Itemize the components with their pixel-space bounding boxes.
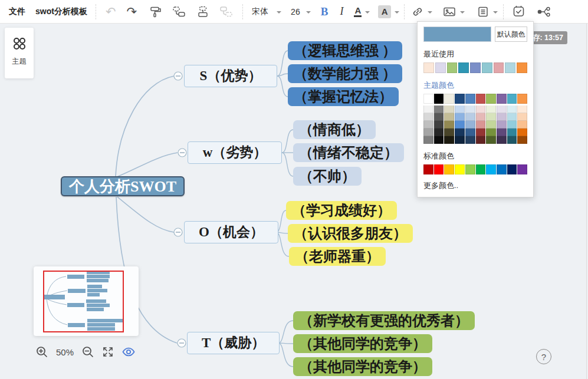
theme-color-swatch[interactable] bbox=[517, 106, 527, 113]
theme-panel[interactable]: 主题 bbox=[5, 28, 34, 78]
insert-sibling-topic-button[interactable] bbox=[172, 5, 186, 18]
mindmap-child-node[interactable]: （老师器重） bbox=[289, 247, 386, 266]
current-color-swatch[interactable] bbox=[423, 27, 491, 42]
theme-color-swatch[interactable] bbox=[444, 94, 454, 104]
theme-color-swatch[interactable] bbox=[497, 121, 507, 128]
theme-color-swatch[interactable] bbox=[486, 136, 496, 144]
theme-color-swatch[interactable] bbox=[486, 128, 496, 136]
theme-color-swatch[interactable] bbox=[434, 106, 444, 113]
mindmap-child-node[interactable]: （新学校有更强的优秀者） bbox=[293, 311, 475, 330]
theme-color-swatch[interactable] bbox=[517, 136, 527, 144]
standard-color-swatch[interactable] bbox=[444, 164, 454, 174]
theme-color-swatch[interactable] bbox=[465, 128, 475, 136]
theme-color-swatch[interactable] bbox=[423, 121, 433, 128]
standard-color-swatch[interactable] bbox=[486, 164, 496, 174]
fit-screen-button[interactable] bbox=[102, 346, 114, 358]
theme-color-swatch[interactable] bbox=[455, 136, 465, 144]
recent-color-swatch[interactable] bbox=[435, 62, 446, 73]
insert-image-button[interactable] bbox=[442, 5, 465, 18]
mindmap-child-node[interactable]: （学习成绩好） bbox=[286, 201, 397, 220]
task-button[interactable] bbox=[512, 5, 525, 18]
theme-color-swatch[interactable] bbox=[444, 128, 454, 136]
theme-color-swatch[interactable] bbox=[507, 106, 517, 113]
standard-color-swatch[interactable] bbox=[465, 164, 475, 174]
theme-color-swatch[interactable] bbox=[517, 121, 527, 128]
standard-color-swatch[interactable] bbox=[476, 164, 486, 174]
theme-color-swatch[interactable] bbox=[486, 121, 496, 128]
mindmap-branch-node[interactable]: S（优势） bbox=[184, 65, 277, 87]
theme-color-swatch[interactable] bbox=[507, 121, 517, 128]
theme-color-swatch[interactable] bbox=[476, 136, 486, 144]
format-painter-button[interactable] bbox=[149, 5, 162, 18]
theme-colors-label[interactable]: 主题颜色 bbox=[423, 80, 527, 91]
theme-color-swatch[interactable] bbox=[455, 106, 465, 113]
theme-color-swatch[interactable] bbox=[517, 128, 527, 136]
theme-color-swatch[interactable] bbox=[507, 136, 517, 144]
theme-color-swatch[interactable] bbox=[434, 121, 444, 128]
theme-color-swatch[interactable] bbox=[465, 121, 475, 128]
recent-color-swatch[interactable] bbox=[458, 62, 469, 73]
theme-color-swatch[interactable] bbox=[507, 128, 517, 136]
recent-color-swatch[interactable] bbox=[494, 62, 504, 73]
theme-color-swatch[interactable] bbox=[423, 136, 433, 144]
standard-color-swatch[interactable] bbox=[507, 164, 517, 174]
theme-color-swatch[interactable] bbox=[507, 94, 517, 104]
theme-color-swatch[interactable] bbox=[517, 113, 527, 121]
standard-color-swatch[interactable] bbox=[455, 164, 465, 174]
theme-color-swatch[interactable] bbox=[517, 94, 527, 104]
recent-color-swatch[interactable] bbox=[423, 62, 434, 73]
recent-color-swatch[interactable] bbox=[447, 62, 458, 73]
theme-color-swatch[interactable] bbox=[444, 136, 454, 144]
mindmap-child-node[interactable]: （其他同学的竞争） bbox=[293, 334, 432, 353]
theme-color-swatch[interactable] bbox=[476, 113, 486, 121]
mindmap-child-node[interactable]: （情商低） bbox=[293, 120, 376, 139]
theme-color-swatch[interactable] bbox=[465, 113, 475, 121]
bold-button[interactable]: B bbox=[321, 5, 329, 18]
theme-color-swatch[interactable] bbox=[434, 94, 444, 104]
theme-color-swatch[interactable] bbox=[455, 121, 465, 128]
default-color-button[interactable]: 默认颜色 bbox=[495, 27, 527, 42]
mindmap-child-node[interactable]: （数学能力强 ） bbox=[288, 64, 402, 83]
theme-color-swatch[interactable] bbox=[465, 94, 475, 104]
theme-color-swatch[interactable] bbox=[497, 113, 507, 121]
minimap-viewport[interactable] bbox=[43, 271, 124, 332]
mindmap-child-node[interactable]: （不帅） bbox=[293, 167, 362, 186]
mindmap-child-node[interactable]: （情绪不稳定） bbox=[293, 143, 404, 162]
mindmap-branch-node[interactable]: O（机会） bbox=[184, 221, 278, 243]
recent-color-swatch[interactable] bbox=[505, 62, 515, 73]
insert-parent-topic-button[interactable] bbox=[219, 5, 234, 18]
theme-color-swatch[interactable] bbox=[476, 128, 486, 136]
mindmap-root-node[interactable]: 个人分析SWOT bbox=[61, 176, 185, 196]
theme-color-swatch[interactable] bbox=[476, 94, 486, 104]
standard-color-swatch[interactable] bbox=[517, 164, 527, 174]
theme-color-swatch[interactable] bbox=[423, 94, 433, 104]
insert-link-button[interactable] bbox=[411, 5, 432, 18]
theme-color-swatch[interactable] bbox=[497, 128, 507, 136]
theme-color-swatch[interactable] bbox=[465, 136, 475, 144]
theme-color-swatch[interactable] bbox=[486, 113, 496, 121]
redo-button[interactable]: ↷ bbox=[127, 6, 137, 18]
file-menu[interactable]: 文件 bbox=[9, 6, 25, 17]
theme-color-swatch[interactable] bbox=[497, 94, 507, 104]
mindmap-child-node[interactable]: （认识很多朋友） bbox=[288, 224, 413, 243]
theme-color-swatch[interactable] bbox=[434, 136, 444, 144]
theme-color-swatch[interactable] bbox=[444, 113, 454, 121]
theme-color-swatch[interactable] bbox=[486, 106, 496, 113]
more-colors-link[interactable]: 更多颜色.. bbox=[423, 180, 527, 191]
insert-note-button[interactable] bbox=[477, 5, 498, 18]
theme-color-swatch[interactable] bbox=[465, 106, 475, 113]
theme-color-swatch[interactable] bbox=[497, 106, 507, 113]
insert-child-topic-button[interactable] bbox=[196, 5, 209, 18]
theme-color-swatch[interactable] bbox=[455, 94, 465, 104]
theme-color-swatch[interactable] bbox=[476, 121, 486, 128]
mindmap-child-node[interactable]: （其他同学的竞争） bbox=[293, 357, 432, 376]
mindmap-branch-node[interactable]: T（威胁） bbox=[187, 332, 280, 354]
theme-color-swatch[interactable] bbox=[423, 128, 433, 136]
recent-color-swatch[interactable] bbox=[517, 62, 527, 73]
theme-color-swatch[interactable] bbox=[455, 113, 465, 121]
theme-color-swatch[interactable] bbox=[423, 106, 433, 113]
theme-color-swatch[interactable] bbox=[476, 106, 486, 113]
font-color-button[interactable]: A bbox=[354, 6, 370, 17]
mindmap-branch-node[interactable]: w（劣势） bbox=[188, 141, 282, 164]
theme-color-swatch[interactable] bbox=[486, 94, 496, 104]
